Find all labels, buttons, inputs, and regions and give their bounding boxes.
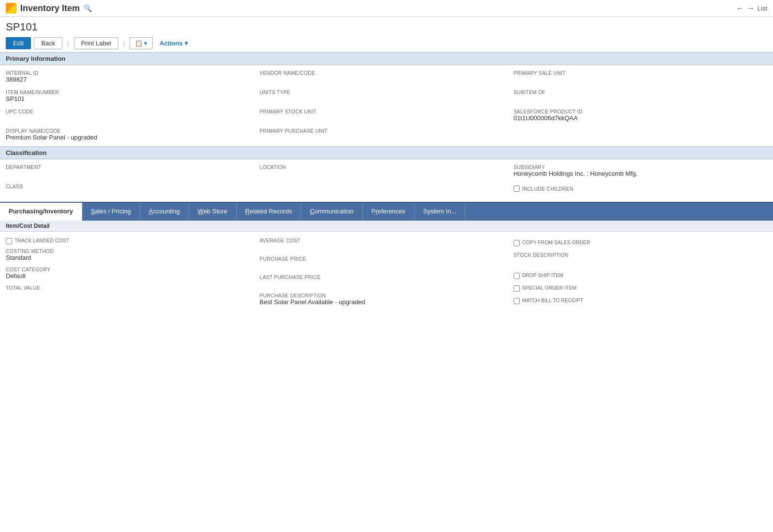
copy-icon: 📋 xyxy=(135,40,143,47)
purchase-desc-cell: PURCHASE DESCRIPTION Best Solar Panel Av… xyxy=(259,291,513,309)
classification-grid: DEPARTMENT LOCATION SUBSIDIARY Honeycomb… xyxy=(0,159,773,202)
tab-sales[interactable]: Sales / Pricing xyxy=(82,203,140,221)
actions-button[interactable]: Actions ▾ xyxy=(156,38,191,49)
purchasing-tab-content: Item/Cost Detail TRACK LANDED COST COSTI… xyxy=(0,221,773,313)
page-title: Inventory Item xyxy=(20,3,80,14)
primary-purchase-value xyxy=(259,134,509,141)
match-bill-row: MATCH BILL TO RECEIPT xyxy=(514,295,767,306)
special-order-row: SPECIAL ORDER ITEM xyxy=(514,283,767,294)
record-title: SP101 xyxy=(0,17,773,34)
purchasing-col2: AVERAGE COST PURCHASE PRICE LAST PURCHAS… xyxy=(259,236,513,309)
copy-button[interactable]: 📋 ▾ xyxy=(129,37,153,49)
average-cost-value xyxy=(259,243,509,251)
primary-sale-unit-label: PRIMARY SALE UNIT xyxy=(514,70,763,76)
back-nav-arrow[interactable]: ← xyxy=(736,4,744,13)
purchasing-content-area: TRACK LANDED COST COSTING METHOD Standar… xyxy=(0,232,773,313)
track-landed-row: TRACK LANDED COST xyxy=(6,236,259,246)
match-bill-label: MATCH BILL TO RECEIPT xyxy=(522,297,583,303)
purchase-desc-label: PURCHASE DESCRIPTION xyxy=(259,293,509,298)
cost-category-value: Default xyxy=(6,272,256,280)
internal-id-value: 389827 xyxy=(6,76,256,84)
separator-2: | xyxy=(123,40,125,47)
primary-info-header: Primary Information xyxy=(0,52,773,65)
display-name-value: Premium Solar Panel - upgraded xyxy=(6,134,256,141)
tab-sales-label: Sales / Pricing xyxy=(91,208,131,215)
tab-accounting-label: Accounting xyxy=(149,208,180,215)
special-order-checkbox[interactable] xyxy=(514,285,520,292)
search-icon[interactable]: 🔍 xyxy=(84,4,92,12)
subitem-of-value xyxy=(514,95,763,103)
upc-code-label: UPC CODE xyxy=(6,109,256,114)
primary-stock-cell: PRIMARY STOCK UNIT xyxy=(259,107,513,124)
copy-from-row: COPY FROM SALES ORDER xyxy=(514,238,767,248)
subitem-of-cell: SUBITEM OF xyxy=(514,87,767,105)
forward-nav-arrow[interactable]: → xyxy=(747,4,755,13)
tab-purchasing-label: Purchasing/Inventory xyxy=(9,208,73,215)
internal-id-cell: INTERNAL ID 389827 xyxy=(6,68,259,85)
action-bar: Edit Back | Print Label | 📋 ▾ Actions ▾ xyxy=(0,34,773,52)
last-purchase-cell: LAST PURCHASE PRICE xyxy=(259,272,513,291)
track-landed-label: TRACK LANDED COST xyxy=(14,238,69,243)
average-cost-label: AVERAGE COST xyxy=(259,238,509,243)
stock-desc-cell: STOCK DESCRIPTION xyxy=(514,250,767,268)
subsidiary-label: SUBSIDIARY xyxy=(514,164,763,170)
upc-code-cell: UPC CODE xyxy=(6,107,259,124)
department-label: DEPARTMENT xyxy=(6,164,256,170)
units-type-cell: UNITS TYPE xyxy=(259,87,513,105)
tab-purchasing[interactable]: Purchasing/Inventory xyxy=(0,203,82,221)
back-button[interactable]: Back xyxy=(34,37,62,49)
tab-webstore-label: Web Store xyxy=(198,208,227,215)
salesforce-id-cell: SALESFORCE PRODUCT ID 01t1U000006d7kkQAA xyxy=(514,107,767,124)
tab-webstore[interactable]: Web Store xyxy=(189,203,236,221)
purchase-price-cell: PURCHASE PRICE xyxy=(259,254,513,272)
stock-desc-value xyxy=(514,258,763,266)
primary-purchase-label: PRIMARY PURCHASE UNIT xyxy=(259,128,509,134)
location-value xyxy=(259,170,509,178)
salesforce-id-value: 01t1U000006d7kkQAA xyxy=(514,114,763,122)
inventory-icon xyxy=(6,3,16,14)
copy-from-checkbox[interactable] xyxy=(514,240,520,246)
copy-dropdown-arrow: ▾ xyxy=(144,40,147,47)
purchasing-grid: TRACK LANDED COST COSTING METHOD Standar… xyxy=(6,236,767,309)
header-nav: ← → List xyxy=(736,4,767,13)
copy-from-label: COPY FROM SALES ORDER xyxy=(522,239,590,245)
display-name-cell: DISPLAY NAME/CODE Premium Solar Panel - … xyxy=(6,126,259,143)
vendor-name-value xyxy=(259,76,509,84)
primary-info-grid: INTERNAL ID 389827 VENDOR NAME/CODE PRIM… xyxy=(0,65,773,146)
salesforce-id-label: SALESFORCE PRODUCT ID xyxy=(514,109,763,114)
separator-1: | xyxy=(67,40,69,47)
item-name-value: SP101 xyxy=(6,95,256,103)
primary-purchase-cell: PRIMARY PURCHASE UNIT xyxy=(259,126,513,143)
tab-system[interactable]: System In... xyxy=(415,203,466,221)
include-children-checkbox[interactable] xyxy=(514,185,520,192)
tab-communication[interactable]: Communication xyxy=(301,203,362,221)
list-link[interactable]: List xyxy=(758,5,767,12)
purchasing-col1: TRACK LANDED COST COSTING METHOD Standar… xyxy=(6,236,259,309)
track-landed-checkbox[interactable] xyxy=(6,238,12,244)
last-purchase-label: LAST PURCHASE PRICE xyxy=(259,274,509,280)
drop-ship-row: DROP SHIP ITEM xyxy=(514,270,767,281)
match-bill-checkbox[interactable] xyxy=(514,298,520,304)
purchase-price-value xyxy=(259,262,509,269)
display-name-label: DISPLAY NAME/CODE xyxy=(6,128,256,134)
tab-preferences[interactable]: Preferences xyxy=(363,203,415,221)
upc-code-value xyxy=(6,114,256,122)
costing-method-label: COSTING METHOD xyxy=(6,248,256,254)
tab-accounting[interactable]: Accounting xyxy=(140,203,189,221)
cost-category-cell: COST CATEGORY Default xyxy=(6,265,259,283)
print-label-button[interactable]: Print Label xyxy=(74,37,118,49)
tab-preferences-label: Preferences xyxy=(372,208,405,215)
tab-related[interactable]: Related Records xyxy=(237,203,301,221)
primary-sale-unit-cell: PRIMARY SALE UNIT xyxy=(514,68,767,85)
primary-sale-unit-value xyxy=(514,76,763,84)
costing-method-cell: COSTING METHOD Standard xyxy=(6,246,259,265)
purchase-desc-value: Best Solar Panel Available - upgraded xyxy=(259,298,509,306)
drop-ship-checkbox[interactable] xyxy=(514,273,520,279)
total-value-value xyxy=(6,291,256,298)
edit-button[interactable]: Edit xyxy=(6,37,31,49)
item-cost-detail-header: Item/Cost Detail xyxy=(0,221,773,232)
class-value xyxy=(6,189,256,197)
department-value xyxy=(6,170,256,178)
purchase-price-label: PURCHASE PRICE xyxy=(259,256,509,262)
stock-desc-label: STOCK DESCRIPTION xyxy=(514,252,763,258)
